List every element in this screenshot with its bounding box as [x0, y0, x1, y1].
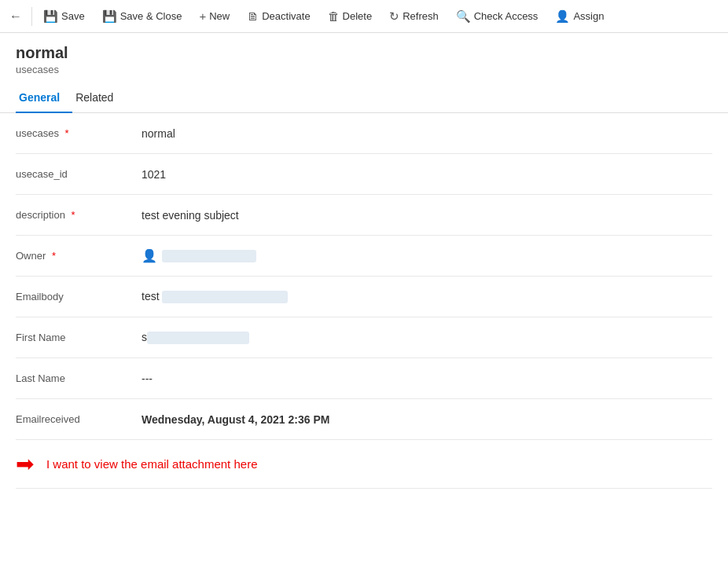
label-lastname: Last Name — [16, 372, 142, 384]
refresh-button[interactable]: ↻ Refresh — [381, 6, 447, 28]
value-emailreceived: Wednesday, August 4, 2021 2:36 PM — [142, 413, 712, 426]
save-close-icon: 💾 — [102, 9, 117, 24]
deactivate-button[interactable]: 🗎 Deactivate — [239, 6, 318, 27]
value-owner: 👤 — [142, 248, 712, 263]
deactivate-label: Deactivate — [262, 10, 310, 22]
assign-button[interactable]: 👤 Assign — [547, 6, 612, 28]
page-subtitle: usecases — [16, 64, 712, 75]
form-row-usecase-id: usecase_id 1021 — [16, 154, 712, 195]
toolbar-divider-1 — [31, 7, 32, 26]
save-button[interactable]: 💾 Save — [35, 6, 93, 28]
form-row-firstname: First Name s — [16, 317, 712, 358]
new-label: New — [209, 10, 230, 22]
value-lastname: --- — [142, 372, 712, 385]
page-title: normal — [16, 44, 712, 62]
required-star-description: * — [72, 209, 75, 221]
label-usecase-id: usecase_id — [16, 168, 142, 180]
arrow-right-icon: ➡ — [16, 451, 34, 477]
refresh-icon: ↻ — [389, 9, 399, 24]
required-star-owner: * — [52, 250, 56, 262]
attachment-hint-text: I want to view the email attachment here — [46, 457, 257, 471]
form-row-owner: Owner * 👤 — [16, 236, 712, 277]
page-header: normal usecases — [0, 33, 728, 75]
form-row-lastname: Last Name --- — [16, 358, 712, 399]
value-usecases: normal — [142, 127, 712, 140]
firstname-blurred — [147, 332, 249, 344]
new-button[interactable]: + New — [191, 6, 237, 27]
toolbar: ← 💾 Save 💾 Save & Close + New 🗎 Deactiva… — [0, 0, 728, 33]
save-icon: 💾 — [43, 9, 58, 24]
save-close-button[interactable]: 💾 Save & Close — [94, 6, 190, 28]
form-row-usecases: usecases * normal — [16, 113, 712, 154]
value-usecase-id: 1021 — [142, 168, 712, 181]
label-firstname: First Name — [16, 332, 142, 343]
owner-blurred-value — [162, 250, 256, 262]
label-emailbody: Emailbody — [16, 291, 142, 302]
label-description: description * — [16, 209, 142, 221]
assign-label: Assign — [573, 10, 604, 22]
check-access-button[interactable]: 🔍 Check Access — [448, 6, 546, 28]
deactivate-icon: 🗎 — [247, 9, 259, 23]
tab-general[interactable]: General — [16, 83, 72, 113]
label-usecases: usecases * — [16, 127, 142, 139]
owner-person-icon: 👤 — [142, 248, 157, 263]
back-button[interactable]: ← — [3, 6, 28, 28]
form-row-emailreceived: Emailreceived Wednesday, August 4, 2021 … — [16, 399, 712, 440]
label-emailreceived: Emailreceived — [16, 413, 142, 425]
emailbody-blurred — [162, 291, 288, 303]
attachment-hint-row: ➡ I want to view the email attachment he… — [16, 440, 712, 489]
refresh-label: Refresh — [403, 10, 439, 22]
form-row-description: description * test evening subject — [16, 195, 712, 236]
form-row-emailbody: Emailbody test — [16, 277, 712, 317]
delete-label: Delete — [343, 10, 373, 22]
form-area: usecases * normal usecase_id 1021 descri… — [0, 113, 728, 567]
delete-button[interactable]: 🗑 Delete — [320, 6, 381, 27]
tabs: General Related — [0, 83, 728, 113]
save-label: Save — [61, 10, 85, 22]
label-owner: Owner * — [16, 250, 142, 262]
check-access-label: Check Access — [474, 10, 539, 22]
new-icon: + — [199, 9, 206, 23]
required-star-usecases: * — [65, 127, 69, 139]
save-close-label: Save & Close — [120, 10, 182, 22]
tab-related[interactable]: Related — [72, 83, 126, 113]
delete-icon: 🗑 — [328, 9, 340, 23]
value-emailbody: test — [142, 290, 712, 303]
value-firstname: s — [142, 331, 712, 344]
arrow-container: ➡ — [16, 451, 39, 477]
assign-icon: 👤 — [555, 9, 570, 24]
value-description: test evening subject — [142, 209, 712, 222]
check-access-icon: 🔍 — [456, 9, 471, 24]
